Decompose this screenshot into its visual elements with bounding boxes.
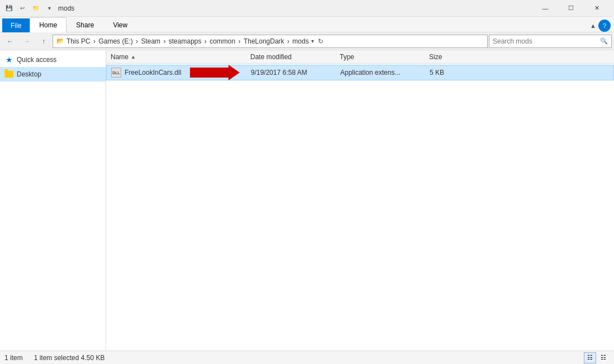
column-header-name[interactable]: Name ▲ [111,53,250,61]
search-box[interactable]: 🔍 [489,35,612,48]
tab-home[interactable]: Home [30,17,66,32]
title-bar-icons: 💾 ↩ 📁 ▾ [4,4,54,13]
file-name-cell: DLL FreeLookInCars.dll [111,65,251,80]
breadcrumb-segment[interactable]: mods [292,37,308,45]
breadcrumb-segment[interactable]: This PC [66,37,91,45]
tab-share[interactable]: Share [66,17,103,32]
address-bar-row: ← → ↑ 📂 This PC › Games (E:) › Steam › s… [0,32,614,50]
breadcrumb-segment[interactable]: TheLongDark [244,37,284,45]
dll-file-icon: DLL [111,68,121,78]
window-title: mods [58,4,532,12]
tab-view[interactable]: View [103,17,137,32]
column-header-size[interactable]: Size [429,53,474,61]
dropdown-arrow-icon[interactable]: ▾ [45,4,54,13]
file-area: Name ▲ Date modified Type Size DLL FreeL… [106,50,614,351]
minimize-button[interactable]: — [532,0,558,17]
sidebar-quick-access-label: Quick access [17,56,56,64]
column-headers: Name ▲ Date modified Type Size [106,50,614,64]
file-type-cell: Application extens... [340,69,430,76]
main-content: ★ Quick access Desktop Name ▲ Date modif… [0,50,614,351]
back-button[interactable]: ← [2,34,18,49]
column-header-date[interactable]: Date modified [250,53,340,61]
close-button[interactable]: ✕ [584,0,610,17]
table-row[interactable]: DLL FreeLookInCars.dll 9/19/2017 6:58 AM… [106,65,614,80]
breadcrumb-segment[interactable]: Steam [141,37,160,45]
ribbon-collapse-btn[interactable]: ▲ [590,22,596,29]
sort-arrow-icon: ▲ [131,54,136,60]
folder-small-icon: 📁 [31,4,40,13]
address-bar[interactable]: 📂 This PC › Games (E:) › Steam › steamap… [53,35,488,48]
large-icons-view-button[interactable]: ☷ [597,352,610,363]
undo-icon: ↩ [18,4,27,13]
forward-button[interactable]: → [19,34,35,49]
column-header-type[interactable]: Type [340,53,429,61]
selected-info-label: 1 item selected 4.50 KB [34,354,105,362]
file-size-cell: 5 KB [430,69,474,76]
sidebar: ★ Quick access Desktop [0,50,106,351]
item-count-label: 1 item [4,354,23,362]
quick-access-icon: ★ [4,55,13,64]
help-button[interactable]: ? [598,20,611,32]
file-date-cell: 9/19/2017 6:58 AM [251,69,340,76]
breadcrumb-segment[interactable]: steamapps [169,37,202,45]
breadcrumb-segment[interactable]: Games (E:) [98,37,132,45]
view-toggle-buttons: ☷ ☷ [584,352,610,363]
search-input[interactable] [493,37,600,45]
file-list: DLL FreeLookInCars.dll 9/19/2017 6:58 AM… [106,64,614,351]
sidebar-desktop-label: Desktop [17,70,41,78]
annotation-arrow [190,65,240,80]
tab-file[interactable]: File [2,18,30,32]
desktop-folder-icon [4,70,13,79]
save-icon: 💾 [4,4,13,13]
sidebar-item-quick-access[interactable]: ★ Quick access [0,52,106,67]
maximize-button[interactable]: ☐ [558,0,584,17]
ribbon-tabs: File Home Share View ▲ ? [0,17,614,32]
window-controls: — ☐ ✕ [532,0,610,17]
status-bar: 1 item 1 item selected 4.50 KB ☷ ☷ [0,351,614,364]
sidebar-item-desktop[interactable]: Desktop [0,67,106,82]
breadcrumb-segment[interactable]: common [210,37,235,45]
refresh-button[interactable]: ↻ [314,35,327,48]
up-button[interactable]: ↑ [36,34,51,49]
breadcrumb: This PC › Games (E:) › Steam › steamapps… [66,37,309,45]
search-icon: 🔍 [600,37,608,45]
ribbon: File Home Share View ▲ ? [0,17,614,32]
details-view-button[interactable]: ☷ [584,352,596,363]
title-bar: 💾 ↩ 📁 ▾ mods — ☐ ✕ [0,0,614,17]
